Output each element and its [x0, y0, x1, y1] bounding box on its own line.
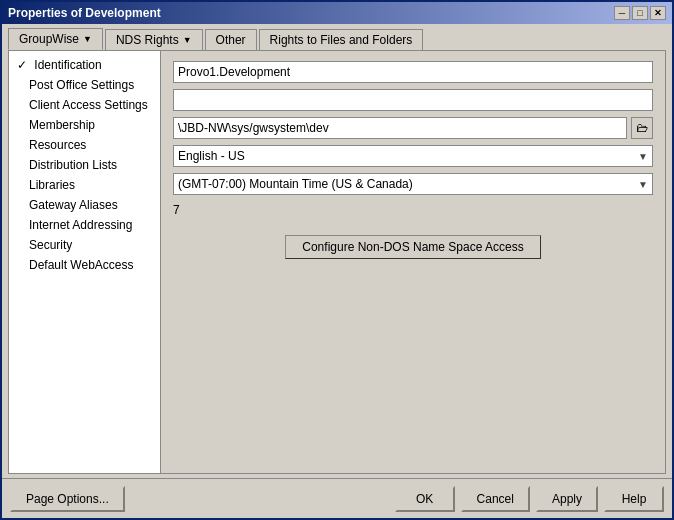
timezone-dropdown-arrow: ▼ — [638, 179, 648, 190]
title-bar: Properties of Development ─ □ ✕ — [2, 2, 672, 24]
language-dropdown[interactable]: English - US ▼ — [173, 145, 653, 167]
bottom-left: Page Options... — [10, 486, 125, 512]
tab-nds-rights-label: NDS Rights — [116, 33, 179, 47]
field3-row: 🗁 — [173, 117, 653, 139]
sidebar-item-security-label: Security — [29, 238, 72, 252]
apply-button[interactable]: Apply — [536, 486, 598, 512]
sidebar-item-identification[interactable]: ✓ Identification — [9, 55, 160, 75]
dropdown1-row: English - US ▼ — [173, 145, 653, 167]
sidebar-item-libraries[interactable]: Libraries — [9, 175, 160, 195]
main-window: Properties of Development ─ □ ✕ GroupWis… — [0, 0, 674, 520]
page-options-button[interactable]: Page Options... — [10, 486, 125, 512]
timezone-dropdown-value: (GMT-07:00) Mountain Time (US & Canada) — [178, 177, 413, 191]
tab-groupwise[interactable]: GroupWise ▼ — [8, 28, 103, 50]
sidebar-item-security[interactable]: Security — [9, 235, 160, 255]
maximize-button[interactable]: □ — [632, 6, 648, 20]
language-dropdown-arrow: ▼ — [638, 151, 648, 162]
sidebar-item-client-access[interactable]: Client Access Settings — [9, 95, 160, 115]
sidebar-item-distribution-lists[interactable]: Distribution Lists — [9, 155, 160, 175]
tab-groupwise-arrow: ▼ — [83, 34, 92, 44]
tab-bar: GroupWise ▼ NDS Rights ▼ Other Rights to… — [8, 28, 666, 50]
timezone-dropdown[interactable]: (GMT-07:00) Mountain Time (US & Canada) … — [173, 173, 653, 195]
sidebar-item-libraries-label: Libraries — [29, 178, 75, 192]
language-dropdown-value: English - US — [178, 149, 245, 163]
sidebar-item-membership-label: Membership — [29, 118, 95, 132]
configure-non-dos-button[interactable]: Configure Non-DOS Name Space Access — [285, 235, 540, 259]
tab-rights-files[interactable]: Rights to Files and Folders — [259, 29, 424, 50]
field3-input[interactable] — [173, 117, 627, 139]
number-value: 7 — [173, 201, 653, 219]
help-button[interactable]: Help — [604, 486, 664, 512]
sidebar-item-distribution-lists-label: Distribution Lists — [29, 158, 117, 172]
sidebar-item-membership[interactable]: Membership — [9, 115, 160, 135]
sidebar-item-post-office[interactable]: Post Office Settings — [9, 75, 160, 95]
tab-rights-files-label: Rights to Files and Folders — [270, 33, 413, 47]
sidebar-item-gateway-aliases-label: Gateway Aliases — [29, 198, 118, 212]
tab-other[interactable]: Other — [205, 29, 257, 50]
sidebar-item-internet-addressing[interactable]: Internet Addressing — [9, 215, 160, 235]
tab-nds-rights-arrow: ▼ — [183, 35, 192, 45]
window-title: Properties of Development — [8, 6, 161, 20]
sidebar-item-internet-addressing-label: Internet Addressing — [29, 218, 132, 232]
check-icon: ✓ — [17, 58, 27, 72]
sidebar-item-identification-label: Identification — [34, 58, 101, 72]
folder-icon: 🗁 — [636, 121, 648, 135]
sidebar-item-resources[interactable]: Resources — [9, 135, 160, 155]
main-panel: ✓ Identification Post Office Settings Cl… — [8, 50, 666, 474]
sidebar-item-post-office-label: Post Office Settings — [29, 78, 134, 92]
bottom-right: OK Cancel Apply Help — [395, 486, 664, 512]
bottom-bar: Page Options... OK Cancel Apply Help — [2, 478, 672, 518]
sidebar-item-client-access-label: Client Access Settings — [29, 98, 148, 112]
cancel-button[interactable]: Cancel — [461, 486, 530, 512]
sidebar-item-gateway-aliases[interactable]: Gateway Aliases — [9, 195, 160, 215]
tab-groupwise-label: GroupWise — [19, 32, 79, 46]
sidebar: ✓ Identification Post Office Settings Cl… — [9, 51, 161, 473]
field1-input[interactable] — [173, 61, 653, 83]
close-button[interactable]: ✕ — [650, 6, 666, 20]
minimize-button[interactable]: ─ — [614, 6, 630, 20]
sidebar-item-default-webaccess-label: Default WebAccess — [29, 258, 134, 272]
sidebar-item-resources-label: Resources — [29, 138, 86, 152]
ok-button[interactable]: OK — [395, 486, 455, 512]
tab-other-label: Other — [216, 33, 246, 47]
dropdown2-row: (GMT-07:00) Mountain Time (US & Canada) … — [173, 173, 653, 195]
sidebar-item-default-webaccess[interactable]: Default WebAccess — [9, 255, 160, 275]
content-area: GroupWise ▼ NDS Rights ▼ Other Rights to… — [2, 24, 672, 478]
folder-browse-button[interactable]: 🗁 — [631, 117, 653, 139]
right-panel: 🗁 English - US ▼ (GMT-07:00) Mountain Ti… — [161, 51, 665, 473]
field2-input[interactable] — [173, 89, 653, 111]
tab-nds-rights[interactable]: NDS Rights ▼ — [105, 29, 203, 50]
title-bar-controls: ─ □ ✕ — [614, 6, 666, 20]
